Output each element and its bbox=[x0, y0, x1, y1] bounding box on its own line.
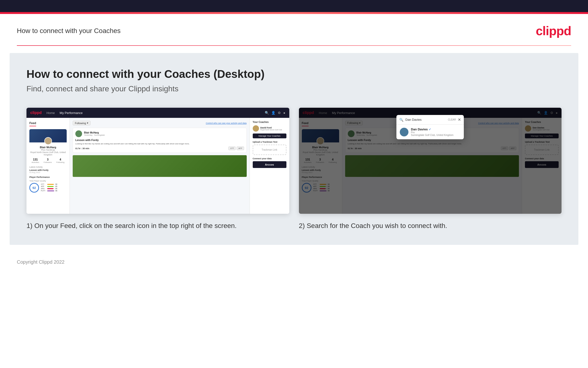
latest-activity-date: 03 Aug 2022 bbox=[29, 171, 67, 174]
app-button[interactable]: APP bbox=[237, 147, 244, 150]
lesson-image bbox=[73, 155, 247, 177]
lesson-avatar bbox=[75, 130, 82, 137]
lesson-user-info: Blair McHarg Yesterday · Sunningdale bbox=[84, 131, 105, 136]
coach-avatar bbox=[253, 125, 259, 132]
coach-name: David Ford bbox=[260, 127, 282, 129]
feed-tab[interactable]: Feed bbox=[29, 121, 36, 126]
search-bar: 🔍 Dan Davies CLEAR ✕ bbox=[396, 115, 464, 125]
coach-item: David Ford Royal North Devon Golf Club bbox=[253, 125, 286, 132]
player-performance: Player Performance Total Player Quality … bbox=[29, 176, 67, 193]
copyright-text: Copyright Clippd 2022 bbox=[17, 259, 64, 265]
coaches-title: Your Coaches bbox=[253, 121, 286, 123]
result-avatar bbox=[400, 128, 408, 136]
app-nav: clippd Home My Performance 🔍 👤 ⚙ ● bbox=[26, 108, 289, 118]
app-logo: clippd bbox=[30, 110, 42, 115]
result-name: Dan Davies ✓ bbox=[411, 128, 453, 131]
nav-my-performance[interactable]: My Performance bbox=[60, 111, 83, 115]
perf-label: Player Performance bbox=[29, 176, 67, 178]
trackman-box: Trackman Link bbox=[253, 145, 286, 155]
screenshot-section-1: clippd Home My Performance 🔍 👤 ⚙ ● Feed bbox=[26, 108, 289, 230]
following-button[interactable]: Following ▾ bbox=[73, 121, 90, 125]
arccos-box: Arccos bbox=[253, 161, 286, 168]
duration-row: 01 hr : 30 min OTT APP bbox=[75, 147, 244, 150]
center-panel: Following ▾ Control who can see your act… bbox=[70, 118, 250, 214]
clear-button[interactable]: CLEAR bbox=[448, 118, 456, 121]
stat-activities: 131 Activities bbox=[32, 158, 39, 163]
page-title: How to connect with your Coaches bbox=[17, 27, 121, 35]
lesson-desc: Looking to feel like my hands are exitin… bbox=[75, 142, 244, 145]
header-divider bbox=[17, 45, 571, 46]
search-input-value[interactable]: Dan Davies bbox=[405, 118, 446, 121]
caption-1: 1) On your Feed, click on the search ico… bbox=[26, 221, 289, 230]
main-subheading: Find, connect and share your Clippd insi… bbox=[26, 84, 562, 93]
profile-stats: 131 Activities 3 Followers 4 Following bbox=[29, 158, 67, 163]
screenshot-section-2: clippd Home My Performance 🔍 👤 ⚙ ● Feed bbox=[299, 108, 562, 230]
stat-following-label: Following bbox=[56, 161, 64, 163]
upload-section: Upload a Trackman Test Trackman Link bbox=[253, 141, 286, 155]
profile-subtitle: Plus Handicap bbox=[29, 149, 67, 151]
stat-following-value: 4 bbox=[56, 158, 64, 161]
caption-2: 2) Search for the Coach you wish to conn… bbox=[299, 221, 562, 230]
search-overlay: 🔍 Dan Davies CLEAR ✕ Dan Davies ✓ bbox=[299, 108, 562, 214]
stat-followers: 3 Followers bbox=[44, 158, 52, 163]
main-content: How to connect with your Coaches (Deskto… bbox=[10, 53, 578, 245]
stat-activities-value: 131 bbox=[32, 158, 39, 161]
avatar-icon[interactable]: ● bbox=[283, 111, 285, 115]
screenshots-row: clippd Home My Performance 🔍 👤 ⚙ ● Feed bbox=[26, 108, 562, 230]
top-bar bbox=[0, 0, 588, 12]
stat-following: 4 Following bbox=[56, 158, 64, 163]
metric-bars: OTT 90 APP 85 bbox=[41, 184, 57, 192]
metric-app: APP 85 bbox=[41, 185, 57, 187]
following-row: Following ▾ Control who can see your act… bbox=[73, 121, 247, 125]
ott-button[interactable]: OTT bbox=[228, 147, 236, 150]
connect-section: Connect your data Arccos bbox=[253, 157, 286, 168]
result-role: Pro bbox=[411, 131, 453, 134]
search-icon-popup: 🔍 bbox=[399, 118, 404, 122]
profile-avatar bbox=[44, 137, 52, 145]
lesson-title: Lesson with Fordy bbox=[75, 138, 244, 141]
user-icon[interactable]: 👤 bbox=[271, 111, 275, 115]
metric-putt: PUTT 96 bbox=[41, 190, 57, 192]
latest-activity-label: Latest Activity bbox=[29, 166, 67, 168]
header: How to connect with your Coaches clippd bbox=[0, 14, 588, 45]
profile-location: Royal North Devon Golf Club, United King… bbox=[29, 151, 67, 156]
upload-title: Upload a Trackman Test bbox=[253, 141, 286, 143]
connect-title: Connect your data bbox=[253, 157, 286, 160]
lesson-meta: Yesterday · Sunningdale bbox=[84, 134, 105, 136]
lesson-user-row: Blair McHarg Yesterday · Sunningdale bbox=[75, 130, 244, 137]
verified-badge: ✓ bbox=[429, 128, 431, 131]
gradient-bar bbox=[0, 12, 588, 14]
nav-icons: 🔍 👤 ⚙ ● bbox=[265, 111, 285, 115]
nav-home[interactable]: Home bbox=[46, 111, 55, 115]
profile-name: Blair McHarg bbox=[29, 146, 67, 149]
profile-cover bbox=[29, 129, 67, 142]
right-panel: Your Coaches David Ford Royal North Devo… bbox=[250, 118, 289, 214]
clippd-logo: clippd bbox=[536, 24, 571, 38]
action-buttons: OTT APP bbox=[228, 147, 244, 150]
lesson-card: Blair McHarg Yesterday · Sunningdale Les… bbox=[73, 128, 247, 153]
stat-followers-label: Followers bbox=[44, 161, 52, 163]
coach-info: David Ford Royal North Devon Golf Club bbox=[260, 127, 282, 131]
result-info: Dan Davies ✓ Pro Sunningdale Golf Club, … bbox=[411, 128, 453, 136]
close-search-button[interactable]: ✕ bbox=[458, 117, 461, 122]
result-club: Sunningdale Golf Club, United Kingdom bbox=[411, 134, 453, 136]
manage-coaches-button[interactable]: Manage Your Coaches bbox=[253, 134, 286, 138]
left-panel: Feed Blair McHarg Plus Handicap Royal No… bbox=[26, 118, 70, 214]
search-icon[interactable]: 🔍 bbox=[265, 111, 269, 115]
control-link[interactable]: Control who can see your activity and da… bbox=[206, 122, 247, 124]
stat-activities-label: Activities bbox=[32, 161, 39, 163]
latest-activity-text: Lesson with Fordy bbox=[29, 169, 67, 171]
total-player-label: Total Player Quality bbox=[29, 180, 67, 182]
app-body: Feed Blair McHarg Plus Handicap Royal No… bbox=[26, 118, 289, 214]
screenshot-2: clippd Home My Performance 🔍 👤 ⚙ ● Feed bbox=[299, 108, 562, 214]
duration-text: 01 hr : 30 min bbox=[75, 147, 89, 150]
footer: Copyright Clippd 2022 bbox=[0, 252, 588, 272]
search-result[interactable]: Dan Davies ✓ Pro Sunningdale Golf Club, … bbox=[396, 125, 464, 139]
main-heading: How to connect with your Coaches (Deskto… bbox=[26, 67, 562, 81]
latest-activity: Latest Activity Lesson with Fordy 03 Aug… bbox=[29, 166, 67, 174]
search-popup: 🔍 Dan Davies CLEAR ✕ Dan Davies ✓ bbox=[396, 115, 464, 139]
metric-ott: OTT 90 bbox=[41, 184, 57, 185]
settings-icon[interactable]: ⚙ bbox=[278, 111, 281, 115]
stat-followers-value: 3 bbox=[44, 158, 52, 161]
quality-circle: 92 bbox=[29, 183, 39, 193]
